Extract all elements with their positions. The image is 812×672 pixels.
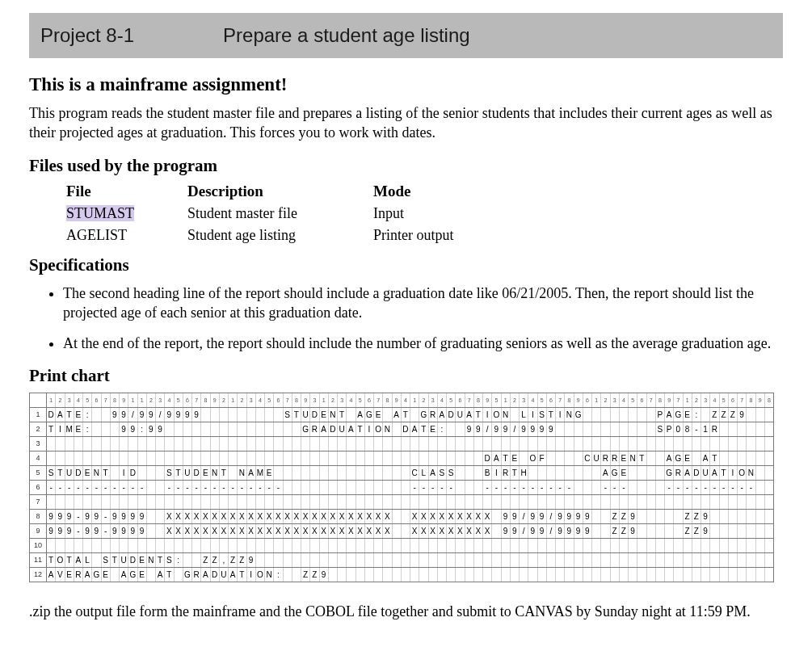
print-chart-row: 5STUDENTIDSTUDENTNAMECLASSBIRTHAGEGRADUA… <box>30 466 773 481</box>
print-chart-row: 1DATE:99/99/9999STUDENTAGEATGRADUATIONLI… <box>30 408 773 422</box>
project-title: Prepare a student age listing <box>223 24 470 47</box>
project-number: Project 8-1 <box>40 24 134 47</box>
print-chart-row: 4DATEOFCURRENTAGEAT <box>30 452 773 466</box>
print-chart-row: 2TIME:99:99GRADUATIONDATE:99/99/9999SP08… <box>30 422 773 437</box>
print-chart-row: 3 <box>30 437 773 452</box>
document-page: Project 8-1 Prepare a student age listin… <box>0 0 812 664</box>
print-chart-row: 7 <box>30 495 773 510</box>
col-mode: Mode <box>373 183 551 200</box>
print-chart-row: 8999-99-9999XXXXXXXXXXXXXXXXXXXXXXXXXXXX… <box>30 510 773 524</box>
submission-note: .zip the output file form the mainframe … <box>29 602 780 621</box>
specifications-heading: Specifications <box>29 255 783 275</box>
print-chart-row: 6---------------------------------------… <box>30 481 773 495</box>
files-table-row: AGELISTStudent age listingPrinter output <box>66 227 783 244</box>
specification-item: The second heading line of the report sh… <box>63 284 774 323</box>
col-description: Description <box>187 183 373 200</box>
specifications-list: The second heading line of the report sh… <box>50 284 783 354</box>
print-chart-row: 10 <box>30 539 773 553</box>
file-description: Student age listing <box>187 227 373 244</box>
file-mode: Input <box>373 205 551 222</box>
print-chart-ruler: 1234567891123456789212345678931234567894… <box>30 393 773 408</box>
intro-paragraph: This program reads the student master fi… <box>29 103 780 143</box>
file-name: AGELIST <box>66 227 187 244</box>
print-chart-row: 11TOTALSTUDENTS:ZZ,ZZ9 <box>30 553 773 568</box>
files-heading: Files used by the program <box>29 156 783 176</box>
main-heading: This is a mainframe assignment! <box>29 74 783 95</box>
project-banner: Project 8-1 Prepare a student age listin… <box>29 13 783 58</box>
files-table-header: File Description Mode <box>66 183 783 200</box>
print-chart-row: 9999-99-9999XXXXXXXXXXXXXXXXXXXXXXXXXXXX… <box>30 524 773 539</box>
col-file: File <box>66 183 187 200</box>
file-mode: Printer output <box>373 227 551 244</box>
print-chart-row: 12AVERAGEAGEATGRADUATION:ZZ9 <box>30 568 773 582</box>
files-table-row: STUMASTStudent master fileInput <box>66 205 783 222</box>
file-description: Student master file <box>187 205 373 222</box>
file-name: STUMAST <box>66 205 187 222</box>
print-chart-heading: Print chart <box>29 366 783 386</box>
print-chart: 1234567891123456789212345678931234567894… <box>29 393 774 582</box>
files-table: File Description Mode STUMASTStudent mas… <box>66 183 783 244</box>
specification-item: At the end of the report, the report sho… <box>63 334 774 353</box>
